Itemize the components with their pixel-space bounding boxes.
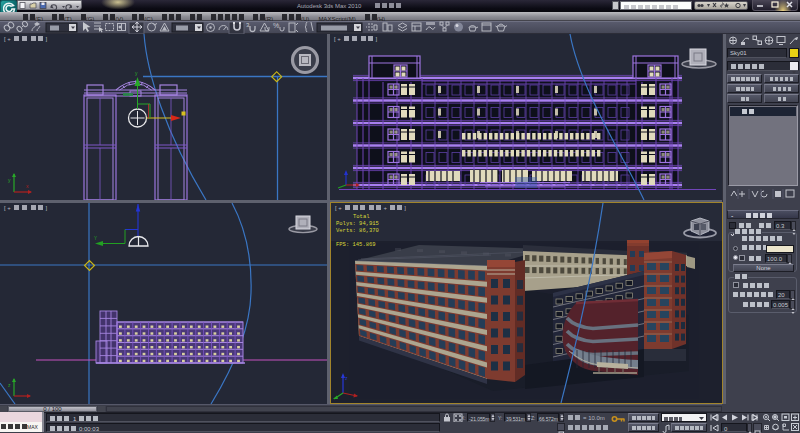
svg-text:Verts: 86,370: Verts: 86,370 (336, 227, 379, 234)
svg-text:Total: Total (353, 213, 370, 220)
svg-text:%: % (273, 22, 279, 29)
svg-text:Y: Y (94, 236, 97, 241)
svg-text:Polys: 94,915: Polys: 94,915 (336, 220, 379, 227)
svg-text:FPS: 145.869: FPS: 145.869 (336, 241, 376, 248)
